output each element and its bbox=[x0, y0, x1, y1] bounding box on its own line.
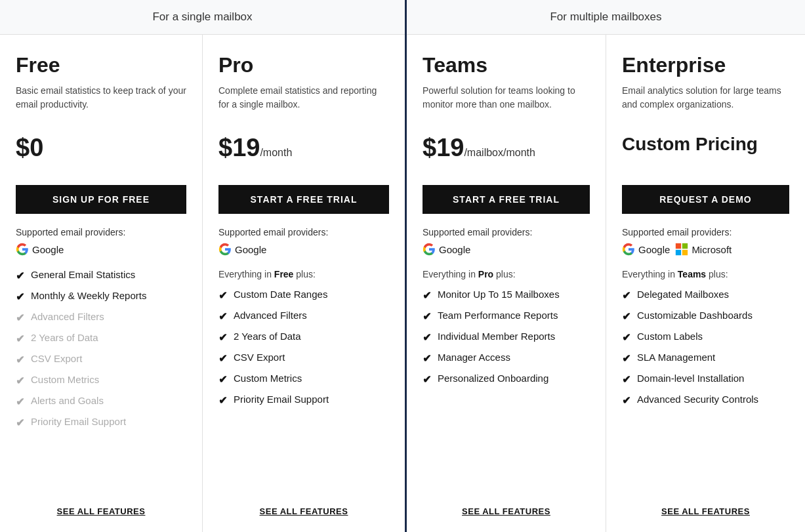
feature-label: 2 Years of Data bbox=[234, 331, 301, 342]
plan-button-teams[interactable]: START A FREE TRIAL bbox=[423, 185, 590, 214]
feature-item: ✔Monitor Up To 15 Mailboxes bbox=[423, 289, 590, 302]
feature-item: ✔Advanced Filters bbox=[16, 311, 186, 324]
feature-item: ✔Delegated Mailboxes bbox=[622, 289, 789, 302]
feature-label: General Email Statistics bbox=[31, 269, 135, 280]
svg-rect-1 bbox=[682, 243, 688, 249]
provider-google-pro: Google bbox=[218, 243, 266, 256]
feature-label: Custom Date Ranges bbox=[234, 289, 327, 300]
providers-label-teams: Supported email providers: bbox=[423, 227, 590, 237]
plan-price-enterprise: Custom Pricing bbox=[622, 134, 758, 155]
check-icon: ✔ bbox=[218, 310, 227, 323]
svg-rect-3 bbox=[682, 250, 688, 255]
feature-label: Manager Access bbox=[438, 352, 510, 363]
providers-label-free: Supported email providers: bbox=[16, 227, 186, 237]
check-icon: ✔ bbox=[16, 312, 24, 324]
check-icon: ✔ bbox=[16, 291, 24, 303]
provider-google-free: Google bbox=[16, 243, 64, 256]
see-all-features-free[interactable]: SEE ALL FEATURES bbox=[16, 493, 186, 516]
section-header-1: For multiple mailboxes bbox=[407, 0, 805, 35]
feature-item: ✔Priority Email Support bbox=[16, 416, 186, 429]
providers-label-enterprise: Supported email providers: bbox=[622, 227, 789, 237]
check-icon: ✔ bbox=[16, 417, 24, 429]
check-icon: ✔ bbox=[16, 270, 24, 282]
features-list-free: ✔General Email Statistics✔Monthly & Week… bbox=[16, 269, 186, 493]
plan-description-pro: Complete email statistics and reporting … bbox=[218, 84, 389, 123]
provider-google-enterprise: Google bbox=[622, 243, 670, 256]
plan-description-free: Basic email statistics to keep track of … bbox=[16, 84, 186, 123]
plan-free: FreeBasic email statistics to keep track… bbox=[0, 35, 203, 532]
check-icon: ✔ bbox=[16, 333, 24, 345]
feature-label: Priority Email Support bbox=[234, 394, 329, 405]
providers-list-enterprise: Google Microsoft bbox=[622, 243, 789, 256]
provider-label-google-enterprise: Google bbox=[638, 244, 670, 255]
plan-price-pro: $19/month bbox=[218, 134, 292, 162]
feature-label: Priority Email Support bbox=[31, 416, 126, 427]
feature-item: ✔Priority Email Support bbox=[218, 394, 389, 407]
plan-description-teams: Powerful solution for teams looking to m… bbox=[423, 84, 590, 123]
feature-label: Custom Metrics bbox=[31, 374, 99, 385]
feature-item: ✔Monthly & Weekly Reports bbox=[16, 290, 186, 303]
plan-teams: TeamsPowerful solution for teams looking… bbox=[407, 35, 606, 532]
everything-in-enterprise: Everything in Teams plus: bbox=[622, 269, 789, 279]
check-icon: ✔ bbox=[622, 289, 630, 302]
feature-label: Advanced Security Controls bbox=[637, 394, 758, 405]
features-list-enterprise: ✔Delegated Mailboxes✔Customizable Dashbo… bbox=[622, 289, 789, 493]
provider-google-teams: Google bbox=[423, 243, 470, 256]
svg-rect-0 bbox=[676, 243, 681, 249]
check-icon: ✔ bbox=[622, 394, 630, 407]
pricing-wrapper: For a single mailboxFreeBasic email stat… bbox=[0, 0, 805, 532]
feature-item: ✔Manager Access bbox=[423, 352, 590, 365]
see-all-features-enterprise[interactable]: SEE ALL FEATURES bbox=[622, 493, 789, 516]
see-all-features-teams[interactable]: SEE ALL FEATURES bbox=[423, 493, 590, 516]
feature-item: ✔General Email Statistics bbox=[16, 269, 186, 282]
feature-item: ✔Domain-level Installation bbox=[622, 373, 789, 386]
feature-label: Custom Labels bbox=[637, 331, 703, 342]
provider-label-google-teams: Google bbox=[439, 244, 470, 255]
feature-item: ✔CSV Export bbox=[16, 353, 186, 366]
feature-label: Custom Metrics bbox=[234, 373, 302, 384]
providers-list-pro: Google bbox=[218, 243, 389, 256]
feature-item: ✔Advanced Security Controls bbox=[622, 394, 789, 407]
providers-list-teams: Google bbox=[423, 243, 590, 256]
plan-enterprise: EnterpriseEmail analytics solution for l… bbox=[606, 35, 805, 532]
feature-label: Customizable Dashboards bbox=[637, 310, 753, 321]
plan-price-suffix-pro: /month bbox=[260, 147, 292, 158]
providers-list-free: Google bbox=[16, 243, 186, 256]
feature-label: SLA Management bbox=[637, 352, 715, 363]
check-icon: ✔ bbox=[16, 396, 24, 408]
check-icon: ✔ bbox=[218, 289, 227, 302]
feature-item: ✔Alerts and Goals bbox=[16, 395, 186, 408]
feature-item: ✔CSV Export bbox=[218, 352, 389, 365]
check-icon: ✔ bbox=[622, 352, 630, 365]
feature-label: 2 Years of Data bbox=[31, 332, 98, 343]
feature-label: Delegated Mailboxes bbox=[637, 289, 729, 300]
feature-label: Monitor Up To 15 Mailboxes bbox=[438, 289, 560, 300]
plan-description-enterprise: Email analytics solution for large teams… bbox=[622, 84, 789, 123]
feature-item: ✔SLA Management bbox=[622, 352, 789, 365]
check-icon: ✔ bbox=[218, 373, 227, 386]
feature-item: ✔Team Performance Reports bbox=[423, 310, 590, 323]
svg-rect-2 bbox=[676, 250, 681, 255]
feature-label: Personalized Onboarding bbox=[438, 373, 548, 384]
plan-name-free: Free bbox=[16, 53, 186, 77]
plan-price-suffix-teams: /mailbox/month bbox=[464, 147, 535, 158]
feature-item: ✔Individual Member Reports bbox=[423, 331, 590, 344]
feature-item: ✔Advanced Filters bbox=[218, 310, 389, 323]
check-icon: ✔ bbox=[423, 331, 431, 344]
feature-item: ✔Personalized Onboarding bbox=[423, 373, 590, 386]
provider-label-google-pro: Google bbox=[235, 244, 266, 255]
plan-button-pro[interactable]: START A FREE TRIAL bbox=[218, 185, 389, 214]
plan-price-free: $0 bbox=[16, 134, 43, 162]
plan-button-free[interactable]: SIGN UP FOR FREE bbox=[16, 185, 186, 214]
section-1: For multiple mailboxesTeamsPowerful solu… bbox=[407, 0, 805, 532]
check-icon: ✔ bbox=[423, 289, 431, 302]
plan-button-enterprise[interactable]: REQUEST A DEMO bbox=[622, 185, 789, 214]
check-icon: ✔ bbox=[218, 394, 227, 407]
feature-label: Alerts and Goals bbox=[31, 395, 104, 406]
feature-label: Advanced Filters bbox=[234, 310, 307, 321]
features-list-teams: ✔Monitor Up To 15 Mailboxes✔Team Perform… bbox=[423, 289, 590, 493]
check-icon: ✔ bbox=[622, 310, 630, 323]
features-list-pro: ✔Custom Date Ranges✔Advanced Filters✔2 Y… bbox=[218, 289, 389, 493]
plan-price-value-pro: $19 bbox=[218, 134, 260, 161]
see-all-features-pro[interactable]: SEE ALL FEATURES bbox=[218, 493, 389, 516]
